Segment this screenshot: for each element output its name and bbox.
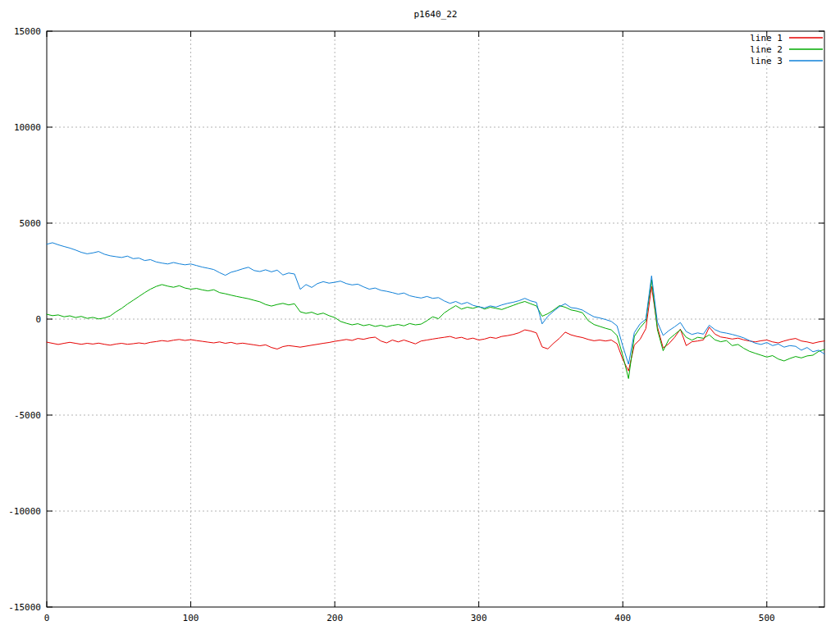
legend-label: line 2 [750, 44, 783, 55]
y-axis-tick-label: 15000 [14, 26, 41, 37]
x-axis-tick-label: 500 [759, 613, 775, 623]
x-axis-tick-label: 0 [44, 613, 50, 623]
chart-container: 0100200300400500-15000-10000-50000500010… [0, 0, 840, 630]
x-axis-tick-label: 100 [183, 613, 199, 623]
y-axis-tick-label: -15000 [8, 602, 41, 613]
legend-label: line 3 [750, 56, 783, 66]
series-line-2 [47, 280, 824, 379]
x-axis-tick-label: 400 [614, 613, 631, 623]
y-axis-tick-label: 5000 [20, 218, 42, 229]
y-axis-tick-label: -10000 [8, 506, 41, 517]
chart-title: p1640_22 [414, 9, 458, 20]
y-axis-tick-label: 0 [35, 314, 41, 325]
x-axis-tick-label: 300 [471, 613, 487, 623]
series-line-1 [47, 286, 824, 371]
series-line-3 [47, 243, 824, 364]
x-axis-tick-label: 200 [326, 613, 343, 623]
y-axis-tick-label: -5000 [14, 410, 41, 421]
legend-label: line 1 [750, 33, 783, 43]
plot-area: 0100200300400500-15000-10000-50000500010… [0, 0, 840, 630]
y-axis-tick-label: 10000 [14, 122, 41, 133]
